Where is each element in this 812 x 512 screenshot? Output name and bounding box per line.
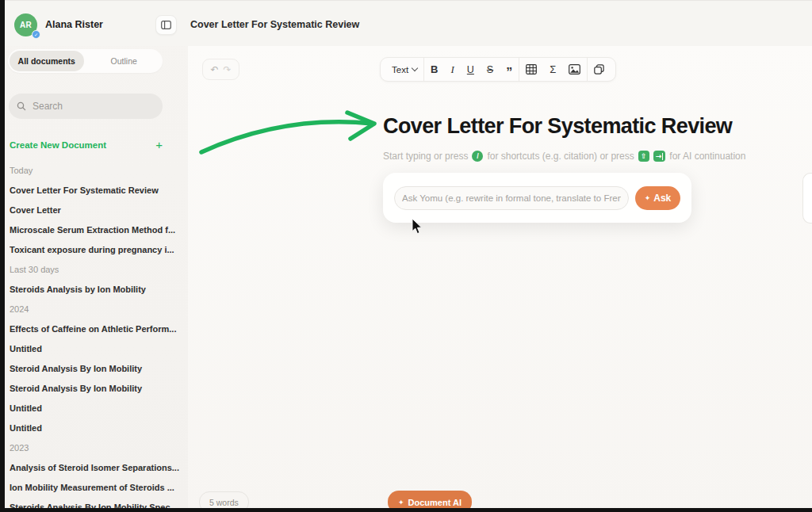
document-list-item[interactable]: Untitled: [10, 399, 184, 418]
video-frame-edge: [0, 0, 5, 512]
slash-key-badge: /: [472, 151, 483, 162]
top-header: AR ✓ Alana Rister Cover Letter For Syste…: [0, 0, 812, 46]
create-new-document-label: Create New Document: [10, 140, 106, 150]
search-input[interactable]: [33, 101, 144, 112]
user-name: Alana Rister: [45, 19, 103, 30]
formula-button[interactable]: Σ: [543, 58, 562, 81]
section-header-2024: 2024: [10, 300, 184, 319]
app-window: AR ✓ Alana Rister Cover Letter For Syste…: [0, 0, 812, 512]
document-list-item[interactable]: Cover Letter: [10, 201, 184, 220]
editor-area: ↶ ↷ Text B I U S ”: [188, 46, 812, 512]
tab-key-badge: →: [653, 151, 666, 162]
document-list-item[interactable]: Untitled: [10, 418, 184, 438]
chevron-down-icon: [412, 65, 418, 71]
document-title[interactable]: Cover Letter For Systematic Review: [383, 114, 732, 139]
bold-button[interactable]: B: [424, 58, 444, 81]
undo-redo-group: ↶ ↷: [202, 59, 239, 80]
image-icon: [569, 64, 580, 75]
section-header-today: Today: [10, 161, 184, 181]
video-frame-edge: [0, 508, 812, 512]
document-list-item[interactable]: Ion Mobility Measurement of Steroids ...: [10, 478, 184, 498]
ask-yomu-card: ✦ Ask: [383, 173, 691, 223]
section-header-2023: 2023: [10, 438, 184, 458]
document-list-item[interactable]: Untitled: [10, 339, 184, 359]
sidebar: All documents Outline Create New Documen…: [0, 46, 188, 512]
ask-yomu-input[interactable]: [402, 193, 621, 203]
document-list-item[interactable]: Steroid Analysis By Ion Mobility: [10, 359, 184, 379]
tab-all-documents[interactable]: All documents: [10, 51, 84, 71]
document-list-item[interactable]: Microscale Serum Extraction Method f...: [10, 220, 184, 240]
sparkle-icon: ✦: [398, 499, 404, 506]
underline-button[interactable]: U: [461, 58, 481, 81]
document-list: Today Cover Letter For Systematic Review…: [10, 161, 184, 512]
editor-placeholder-hint: Start typing or press / for shortcuts (e…: [383, 151, 745, 162]
insert-table-button[interactable]: [519, 58, 543, 81]
quote-button[interactable]: ”: [500, 58, 519, 81]
tab-outline[interactable]: Outline: [87, 51, 162, 71]
italic-button[interactable]: I: [444, 58, 460, 81]
plus-icon: +: [155, 138, 163, 151]
document-list-item[interactable]: Steroids Analysis by Ion Mobility: [10, 280, 184, 300]
copy-button[interactable]: [588, 58, 611, 81]
toggle-sidebar-button[interactable]: [155, 15, 177, 35]
section-header-last-30-days: Last 30 days: [10, 260, 184, 280]
document-list-item[interactable]: Steroid Analysis By Ion Mobility: [10, 379, 184, 399]
user-avatar[interactable]: AR ✓: [14, 13, 38, 37]
document-list-item[interactable]: Toxicant exposure during pregnancy i...: [10, 240, 184, 260]
verified-badge-icon: ✓: [32, 30, 40, 39]
insert-image-button[interactable]: [562, 58, 587, 81]
copy-icon: [594, 64, 604, 75]
shift-key-badge: ⇧: [638, 151, 649, 162]
document-list-item[interactable]: Cover Letter For Systematic Review: [10, 181, 184, 201]
document-list-item[interactable]: Effects of Caffeine on Athletic Perform.…: [10, 319, 184, 339]
ask-input-wrap[interactable]: [394, 186, 629, 210]
right-edge-panel-peek[interactable]: [802, 173, 812, 224]
strikethrough-button[interactable]: S: [481, 58, 500, 81]
sidebar-tabs: All documents Outline: [8, 49, 163, 73]
sidebar-panel-icon: [161, 21, 171, 29]
document-list-item[interactable]: Analysis of Steroid Isomer Separations..…: [10, 458, 184, 478]
header-document-title: Cover Letter For Systematic Review: [190, 19, 359, 30]
redo-icon[interactable]: ↷: [224, 64, 232, 75]
text-style-dropdown[interactable]: Text: [385, 58, 423, 81]
search-field[interactable]: [9, 94, 163, 119]
undo-icon[interactable]: ↶: [210, 64, 218, 75]
formatting-toolbar: Text B I U S ” Σ: [380, 57, 616, 82]
sparkle-icon: ✦: [645, 194, 651, 202]
search-icon: [17, 101, 26, 111]
ask-button[interactable]: ✦ Ask: [635, 186, 680, 210]
create-new-document-button[interactable]: Create New Document +: [10, 138, 163, 151]
table-icon: [526, 64, 537, 75]
annotation-arrow: [190, 109, 385, 159]
